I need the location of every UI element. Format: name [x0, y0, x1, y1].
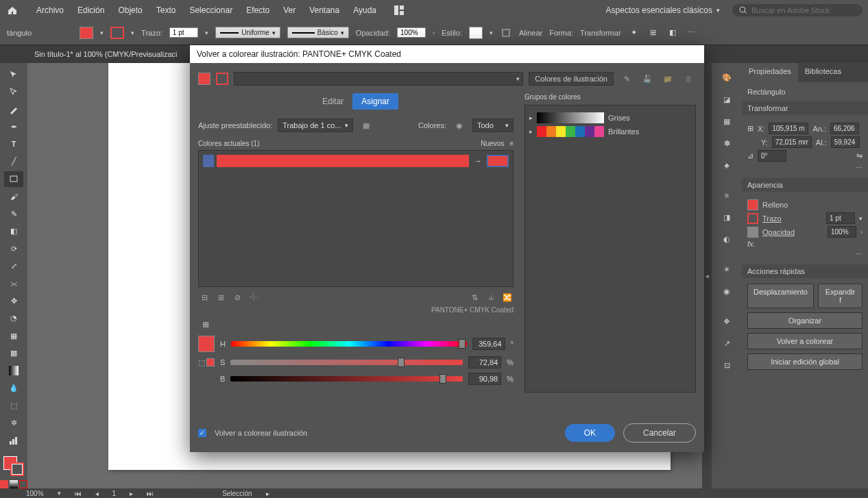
document-tab[interactable]: Sin título-1* al 100% (CMYK/Previsualiza… [34, 50, 177, 58]
stroke-swatch[interactable] [110, 27, 124, 39]
merge-icon[interactable]: ⊟ [198, 291, 210, 303]
perspective-tool[interactable]: ▦ [4, 328, 23, 344]
menu-ver[interactable]: Ver [276, 1, 302, 19]
result-swatch[interactable] [198, 336, 215, 352]
new-row-icon[interactable]: ➕ [248, 291, 260, 303]
global-edit-button[interactable]: Iniciar edición global [747, 353, 863, 370]
preset-options-icon[interactable]: ▦ [359, 118, 374, 133]
group-grises[interactable]: ▸ Grises [529, 112, 691, 123]
home-icon[interactable] [5, 3, 19, 17]
trash-icon[interactable]: 🗑 [681, 71, 696, 86]
pen-tool[interactable] [4, 101, 23, 117]
shape-mode-label[interactable]: Forma: [549, 29, 573, 37]
eraser-tool[interactable]: ◧ [4, 223, 23, 239]
column-graph-tool[interactable] [4, 432, 23, 448]
selection-tool[interactable] [4, 66, 23, 82]
mini-swatch[interactable] [206, 358, 215, 366]
menu-edicion[interactable]: Edición [71, 1, 111, 19]
nav-prev-icon[interactable]: ◂ [95, 490, 99, 497]
width-tool[interactable]: ⩙ [4, 275, 23, 291]
stock-search-input[interactable] [751, 6, 856, 14]
separate-icon[interactable]: ⊞ [215, 291, 227, 303]
rectangle-tool[interactable] [4, 171, 23, 187]
swatches-icon[interactable]: ▦ [716, 111, 737, 132]
zoom-level[interactable]: 100% [26, 490, 44, 497]
group-brillantes[interactable]: ▸ Brillantes [529, 126, 691, 137]
isolate-icon[interactable]: ✦ [628, 27, 640, 39]
workspace-switcher[interactable]: Aspectos esenciales clásicos ▾ [601, 3, 725, 18]
chevron-down-icon[interactable]: ▾ [100, 29, 104, 36]
opacity-swatch-prop[interactable] [747, 227, 758, 238]
organize-button[interactable]: Organizar [747, 312, 863, 329]
color-group-dropdown[interactable]: ▾ [234, 72, 523, 86]
graphic-styles-icon[interactable]: ◉ [716, 281, 737, 301]
status-play-icon[interactable]: ▸ [266, 490, 269, 497]
stroke-weight-prop[interactable] [826, 212, 855, 224]
cube-icon[interactable]: ⬚ [198, 358, 205, 367]
colors-dropdown[interactable]: Todo▾ [472, 119, 514, 132]
none-mode[interactable] [19, 480, 27, 488]
more-options-icon[interactable]: ⋯ [855, 250, 863, 258]
stock-search[interactable] [732, 4, 863, 16]
edit-color-icon[interactable]: ✎ [619, 71, 634, 86]
chevron-down-icon[interactable]: ▾ [490, 29, 493, 36]
hue-value[interactable]: 359,64 [472, 338, 505, 350]
tab-propiedades[interactable]: Propiedades [742, 63, 798, 82]
transparency-panel-icon[interactable]: ◐ [716, 229, 737, 249]
color-row[interactable]: → [203, 155, 509, 167]
chevron-right-icon[interactable]: › [433, 29, 435, 36]
random-sat-icon[interactable]: ⫝ [485, 291, 497, 303]
asset-export-icon[interactable]: ↗ [716, 333, 737, 353]
brushes-icon[interactable]: ✽ [716, 133, 737, 153]
eyedropper-tool[interactable]: 💧 [4, 380, 23, 396]
scale-tool[interactable]: ⤢ [4, 258, 23, 274]
menu-texto[interactable]: Texto [149, 1, 183, 19]
stroke-swatch-prop[interactable] [747, 213, 758, 224]
recolor-checkbox[interactable]: ✓ [198, 429, 206, 437]
fill-stroke-swatch[interactable] [3, 456, 24, 476]
fill-swatch-prop[interactable] [747, 199, 758, 210]
bri-value[interactable]: 90,98 [468, 373, 501, 385]
style-swatch[interactable] [469, 27, 483, 39]
active-color-swatch[interactable] [198, 73, 210, 85]
menu-seleccionar[interactable]: Seleccionar [182, 1, 239, 19]
mesh-tool[interactable]: ▩ [4, 345, 23, 361]
chevron-right-icon[interactable]: › [860, 229, 863, 236]
more-options-icon[interactable]: ⋯ [855, 164, 863, 172]
save-group-icon[interactable]: 💾 [640, 71, 655, 86]
preset-dropdown[interactable]: Trabajo de 1 co...▾ [278, 119, 353, 132]
h-input[interactable] [831, 136, 860, 148]
stroke-color[interactable] [10, 462, 24, 476]
row-handle[interactable] [203, 155, 214, 167]
transform-label[interactable]: Transformar [580, 29, 621, 37]
x-input[interactable] [769, 123, 808, 134]
direct-selection-tool[interactable] [4, 84, 23, 99]
active-stroke-swatch[interactable] [216, 73, 228, 85]
menu-ventana[interactable]: Ventana [302, 1, 346, 19]
menu-efecto[interactable]: Efecto [239, 1, 276, 19]
hue-slider[interactable] [231, 341, 467, 347]
flip-h-icon[interactable]: ⇋ [856, 151, 863, 160]
new-color-swatch[interactable] [487, 155, 509, 167]
color-reduce-icon[interactable]: ◉ [452, 118, 467, 133]
fill-swatch[interactable] [80, 27, 93, 39]
current-color-bar[interactable] [217, 155, 469, 167]
grad-mode[interactable] [10, 480, 18, 488]
shape-builder-tool[interactable]: ◔ [4, 310, 23, 326]
ref-point-icon[interactable]: ⊞ [747, 124, 754, 133]
library-menu-icon[interactable]: ▦ [198, 316, 213, 332]
folder-icon[interactable]: 📁 [660, 71, 675, 86]
doc-setup-icon[interactable] [500, 27, 512, 39]
opacity-val-prop[interactable] [828, 226, 856, 238]
symbol-sprayer-tool[interactable]: ✲ [4, 415, 23, 431]
paintbrush-tool[interactable]: 🖌 [4, 188, 23, 204]
menu-objeto[interactable]: Objeto [111, 1, 149, 19]
artboards-panel-icon[interactable]: ⊡ [716, 355, 737, 375]
w-input[interactable] [830, 123, 859, 134]
offset-button[interactable]: Desplazamiento [747, 284, 814, 308]
menu-ayuda[interactable]: Ayuda [346, 1, 383, 19]
recolor-checkbox-label[interactable]: Volver a colorear ilustración [215, 429, 307, 437]
align-icon[interactable]: ⊞ [647, 27, 660, 39]
stroke-weight[interactable]: 1 pt [169, 27, 198, 38]
brush-dropdown[interactable]: Básico▾ [287, 27, 349, 38]
